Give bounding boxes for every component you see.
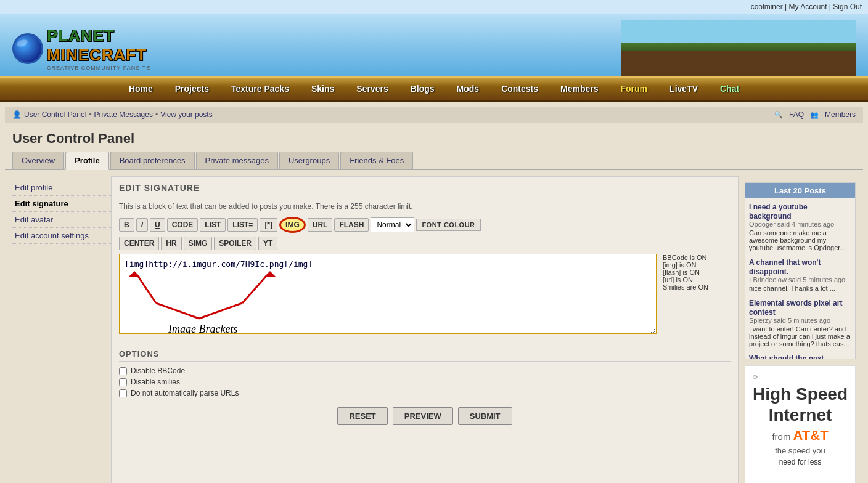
nav-item-texture-packs[interactable]: Texture Packs <box>220 78 300 100</box>
bb-italic-button[interactable]: I <box>136 218 148 232</box>
bb-underline-button[interactable]: U <box>150 218 165 232</box>
edit-signature-info: This is a block of text that can be adde… <box>119 202 731 211</box>
top-bar: coolminer | My Account | Sign Out <box>0 0 868 14</box>
img-on: [img] is ON <box>663 261 731 269</box>
option-disable-bbcode: Disable BBCode <box>119 367 731 375</box>
disable-bbcode-checkbox[interactable] <box>119 367 127 375</box>
font-size-select[interactable]: Normal <box>371 217 414 232</box>
nav-item-chat[interactable]: Chat <box>709 78 750 100</box>
bb-list-ordered-button[interactable]: LIST= <box>227 218 258 232</box>
editor-area: [img]http://i.imgur.com/7H9Ic.png[/img] … <box>119 254 731 343</box>
nav-item-skins[interactable]: Skins <box>300 78 345 100</box>
post-title-link[interactable]: Elemental swords pixel art contest <box>749 299 842 317</box>
post-excerpt: nice channel. Thanks a lot ... <box>749 285 851 292</box>
bb-quote-button[interactable]: [*] <box>260 218 277 232</box>
bb-flash-button[interactable]: FLASH <box>334 218 369 232</box>
tab-usergroups[interactable]: Usergroups <box>279 152 339 169</box>
bbcode-on: BBCode is ON <box>663 254 731 261</box>
disable-smilies-label: Disable smilies <box>131 378 180 386</box>
bb-center-button[interactable]: CENTER <box>119 237 159 250</box>
sidebar-link-edit-avatar[interactable]: Edit avatar <box>12 212 111 228</box>
option-no-url-parse: Do not automatically parse URLs <box>119 389 731 397</box>
last-posts-box: Last 20 Posts I need a youtube backgroun… <box>745 182 856 359</box>
bb-spoiler-button[interactable]: SPOILER <box>214 237 256 250</box>
preview-button[interactable]: PREVIEW <box>393 407 453 425</box>
ad-tagline: need for less <box>753 458 848 466</box>
bb-code-button[interactable]: CODE <box>167 218 199 232</box>
sidebar-link-edit-signature[interactable]: Edit signature <box>12 196 111 212</box>
list-item: Elemental swords pixel art contest Spier… <box>749 298 851 347</box>
breadcrumb-viewposts-link[interactable]: View your posts <box>160 110 213 119</box>
tab-private-messages[interactable]: Private messages <box>196 152 278 169</box>
bb-bold-button[interactable]: B <box>119 218 134 232</box>
reset-button[interactable]: RESET <box>337 407 387 425</box>
font-colour-button[interactable]: FONT COLOUR <box>416 219 480 231</box>
no-url-parse-checkbox[interactable] <box>119 389 127 397</box>
bb-hr-button[interactable]: HR <box>161 237 181 250</box>
logo-text: PLANET MINECRAFT CREATIVE COMMUNITY FANS… <box>47 26 150 71</box>
last-posts-scroll[interactable]: I need a youtube background Opdoger said… <box>745 198 855 359</box>
nav-item-livetv[interactable]: LiveTV <box>658 78 709 100</box>
logo-globe-icon[interactable] <box>12 33 43 64</box>
username-label: coolminer <box>751 2 783 11</box>
bb-yt-button[interactable]: YT <box>258 237 277 250</box>
post-title-link[interactable]: I need a youtube background <box>749 203 808 221</box>
tab-friends-&-foes[interactable]: Friends & Foes <box>340 152 413 169</box>
breadcrumb-pm-link[interactable]: Private Messages <box>94 110 153 119</box>
nav-item-contests[interactable]: Contests <box>490 78 549 100</box>
option-disable-smilies: Disable smilies <box>119 378 731 386</box>
nav-item-forum[interactable]: Forum <box>610 78 659 100</box>
breadcrumb-left: 👤 User Control Panel • Private Messages … <box>12 110 213 119</box>
nav-item-blogs[interactable]: Blogs <box>399 78 446 100</box>
breadcrumb-right: 🔍 FAQ 👥 Members <box>774 110 856 119</box>
disable-smilies-checkbox[interactable] <box>119 378 127 386</box>
breadcrumb-ucp-link[interactable]: User Control Panel <box>24 110 86 119</box>
ad-title: High Speed Internet <box>753 384 848 425</box>
sign-out-link[interactable]: Sign Out <box>833 2 862 11</box>
post-meta: Spierzy said 5 minutes ago <box>749 317 851 324</box>
signature-textarea[interactable]: [img]http://i.imgur.com/7H9Ic.png[/img] <box>119 254 657 334</box>
submit-button[interactable]: SUBMIT <box>458 407 512 425</box>
nav-bar: HomeProjectsTexture PacksSkinsServersBlo… <box>0 76 868 102</box>
smilies-on: Smilies are ON <box>663 283 731 291</box>
ad-sub: the speed you <box>753 446 848 455</box>
faq-link[interactable]: FAQ <box>789 110 804 119</box>
members-link[interactable]: Members <box>825 110 856 119</box>
nav-item-mods[interactable]: Mods <box>446 78 491 100</box>
tab-board-preferences[interactable]: Board preferences <box>110 152 195 169</box>
page-title: User Control Panel <box>5 123 863 152</box>
list-item: What should the next contest be? Whoever… <box>749 354 851 359</box>
nav-item-home[interactable]: Home <box>118 78 164 100</box>
tab-overview[interactable]: Overview <box>12 152 64 169</box>
center-content: EDIT SIGNATURE This is a block of text t… <box>111 176 739 483</box>
bb-simg-button[interactable]: SIMG <box>184 237 213 250</box>
post-excerpt: I want to enter! Can i enter? and instea… <box>749 325 851 347</box>
bb-list-button[interactable]: LIST <box>200 218 226 232</box>
logo-minecraft: MINECRAFT <box>47 46 150 65</box>
flash-on: [flash] is ON <box>663 269 731 276</box>
sidebar-link-edit-profile[interactable]: Edit profile <box>12 180 111 196</box>
bbcode-toolbar-row1: B I U CODE LIST LIST= [*] IMG URL FLASH … <box>119 217 731 233</box>
bb-url-button[interactable]: URL <box>308 218 333 232</box>
left-sidebar: Edit profileEdit signatureEdit avatarEdi… <box>12 170 111 483</box>
tabs-bar: OverviewProfileBoard preferencesPrivate … <box>5 152 863 170</box>
bb-img-button[interactable]: IMG <box>279 217 306 233</box>
sidebar-link-edit-account-settings[interactable]: Edit account settings <box>12 228 111 244</box>
ad-from: from AT&T <box>753 428 848 444</box>
logo-tagline: CREATIVE COMMUNITY FANSITE <box>47 65 150 71</box>
nav-item-servers[interactable]: Servers <box>345 78 399 100</box>
nav-item-members[interactable]: Members <box>549 78 609 100</box>
post-title-link[interactable]: A channel that won't disappoint. <box>749 258 821 276</box>
ad-box: ⟳ High Speed Internet from AT&T the spee… <box>745 365 856 483</box>
nav-item-projects[interactable]: Projects <box>164 78 220 100</box>
ad-loading-icon: ⟳ <box>753 373 848 381</box>
last-posts-title: Last 20 Posts <box>745 183 855 198</box>
ucp-icon: 👤 <box>12 110 22 119</box>
bbcode-status: BBCode is ON [img] is ON [flash] is ON [… <box>663 254 731 343</box>
post-meta: +Brindeelow said 5 minutes ago <box>749 276 851 283</box>
tab-profile[interactable]: Profile <box>65 152 108 170</box>
post-excerpt: Can someone make me a awesome background… <box>749 229 851 251</box>
my-account-link[interactable]: My Account <box>788 2 827 11</box>
content-wrapper: 👤 User Control Panel • Private Messages … <box>0 102 868 483</box>
post-title-link[interactable]: What should the next contest be? <box>749 354 824 359</box>
